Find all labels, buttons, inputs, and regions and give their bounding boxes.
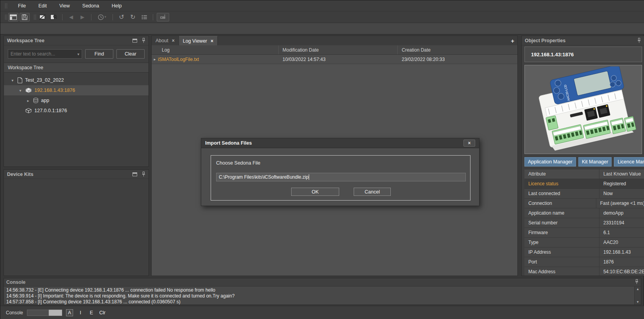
redo-button[interactable]: ↻ — [128, 13, 138, 22]
restore-panel-icon[interactable] — [132, 172, 137, 176]
pin-icon[interactable] — [637, 38, 641, 43]
choose-sedona-file-group: Choose Sedona File C:\Program Files\kits… — [211, 155, 470, 201]
tree-search-row: Enter text to search... ▾ Find Clear — [4, 45, 148, 63]
file-path-input[interactable]: C:\Program Files\kits\iCSoftwareBundle.z… — [216, 173, 466, 181]
column-header-attribute[interactable]: Attribute — [524, 169, 599, 179]
attribute-row-serial-number[interactable]: Serial number 23310194 — [524, 218, 644, 228]
dialog-title: Import Sedona Files — [205, 140, 252, 146]
file-path-value: C:\Program Files\kits\iCSoftwareBundle.z… — [219, 174, 308, 180]
history-clock-icon — [98, 14, 104, 20]
cancel-button[interactable]: Cancel — [354, 188, 391, 196]
attribute-row-licence-status[interactable]: Licence status Registered — [524, 179, 644, 189]
row-expander-icon[interactable]: ▸ — [152, 57, 158, 61]
restore-panel-icon[interactable] — [132, 39, 137, 43]
expander-expanded-icon[interactable]: ▾ — [18, 88, 23, 93]
history-dropdown-button[interactable]: ▾ — [95, 13, 109, 22]
console-title: Console — [6, 280, 25, 285]
navigate-back-button[interactable]: ◀ — [66, 13, 76, 22]
redo-icon: ↻ — [130, 14, 135, 20]
tree-node-device-selected[interactable]: ▾ 192.168.1.43:1876 — [4, 85, 148, 95]
event-list-button[interactable] — [139, 13, 149, 22]
column-header-last-known-value[interactable]: Last Known Value — [599, 169, 644, 179]
save-workspace-button[interactable] — [20, 13, 30, 22]
log-file-name: iSMAToolLogFile.txt — [158, 57, 199, 62]
menu-view[interactable]: View — [58, 2, 72, 9]
application-manager-button[interactable]: Application Manager — [524, 157, 576, 167]
menu-edit[interactable]: Edit — [37, 2, 48, 9]
log-table-row[interactable]: ▸ iSMAToolLogFile.txt 10/03/2022 14:57:4… — [152, 55, 517, 64]
attribute-row-type[interactable]: Type AAC20 — [524, 238, 644, 247]
attribute-row-application-name[interactable]: Application name demoApp — [524, 208, 644, 218]
save-icon — [22, 14, 27, 20]
menu-sedona[interactable]: Sedona — [81, 2, 101, 9]
filter-info-button[interactable]: I — [77, 309, 84, 316]
filter-error-button[interactable]: E — [88, 309, 95, 316]
workspace-panel-button[interactable] — [8, 13, 18, 22]
licence-manager-button[interactable]: Licence Manager — [614, 157, 644, 167]
scroll-down-icon[interactable]: ▼ — [636, 300, 639, 304]
console-log[interactable]: 14:56:38.732 - [E] Connecting device 192… — [4, 287, 634, 305]
pin-icon[interactable] — [635, 279, 639, 284]
find-button[interactable]: Find — [85, 49, 113, 59]
chevron-down-icon[interactable]: ▾ — [77, 52, 79, 56]
attribute-value: 1876 — [599, 257, 644, 267]
add-tab-button[interactable]: + — [511, 38, 514, 44]
tree-node-workspace-file[interactable]: ▾ Test_23_02_2022 — [4, 75, 148, 85]
group-label: Choose Sedona File — [216, 160, 260, 166]
log-table-header: Log Modification Date Creation Date — [152, 45, 517, 55]
console-buffer-indicator[interactable] — [27, 310, 62, 316]
workspace-tree-header: Workspace Tree — [4, 36, 148, 45]
dialog-title-bar[interactable]: Import Sedona Files × — [201, 138, 479, 148]
offline-mode-button[interactable] — [37, 13, 47, 22]
tree-node-label: Test_23_02_2022 — [25, 77, 64, 83]
pin-icon[interactable] — [142, 172, 145, 177]
close-icon[interactable]: × — [211, 38, 213, 44]
scroll-up-icon[interactable]: ▲ — [636, 287, 639, 291]
ok-button[interactable]: OK — [291, 188, 339, 196]
tab-about[interactable]: About × — [152, 36, 179, 45]
toolbar: ◀ ▶ ▾ ↺ ↻ — [0, 11, 644, 23]
undo-button[interactable]: ↺ — [116, 13, 127, 22]
attribute-row-last-connected[interactable]: Last connected Now — [524, 189, 644, 199]
attribute-row-mac-address[interactable]: Mac Address 54:10:EC:6B:DE:2E — [524, 267, 644, 276]
clear-console-button[interactable]: Clr — [99, 309, 106, 316]
toolbar-separator — [62, 14, 63, 20]
tree-node-app[interactable]: ▸ app — [4, 95, 148, 106]
kit-manager-button[interactable]: Kit Manager — [578, 157, 612, 167]
tree-node-localhost[interactable]: 127.0.0.1:1876 — [4, 106, 148, 116]
attribute-row-ip-address[interactable]: IP Address 192.168.1.43 — [524, 247, 644, 257]
pin-icon[interactable] — [142, 38, 145, 43]
search-input[interactable]: Enter text to search... ▾ — [8, 49, 82, 59]
tab-log-viewer[interactable]: Log Viewer × — [179, 36, 218, 45]
attribute-value: 54:10:EC:6B:DE:2E — [599, 267, 644, 276]
drag-grip-icon[interactable] — [5, 14, 7, 20]
column-header-modification-date[interactable]: Modification Date — [279, 45, 398, 54]
object-properties-header: Object Properties — [522, 36, 644, 45]
drag-grip-icon[interactable] — [5, 3, 7, 9]
attribute-row-connection[interactable]: Connection Fast (average <1 ms) — [524, 199, 644, 208]
tree-node-label: 192.168.1.43:1876 — [34, 88, 75, 93]
forward-icon: ▶ — [80, 14, 84, 20]
expander-collapsed-icon[interactable]: ▸ — [26, 99, 30, 103]
attribute-row-port[interactable]: Port 1876 — [524, 257, 644, 267]
clear-button[interactable]: Clear — [116, 49, 145, 59]
upload-to-device-button[interactable] — [157, 13, 169, 22]
column-header-creation-date[interactable]: Creation Date — [398, 45, 517, 54]
close-icon[interactable]: × — [172, 38, 175, 43]
import-sedona-files-dialog: Import Sedona Files × Choose Sedona File… — [201, 138, 479, 206]
discover-device-button[interactable] — [48, 13, 59, 22]
attribute-row-firmware[interactable]: Firmware 6.1 — [524, 228, 644, 238]
column-header-log[interactable]: Log — [152, 45, 279, 54]
drag-grip-icon[interactable] — [34, 14, 36, 20]
filter-all-button[interactable]: A — [66, 309, 73, 316]
expander-expanded-icon[interactable]: ▾ — [10, 78, 15, 82]
document-icon — [18, 77, 22, 83]
menu-file[interactable]: File — [16, 2, 27, 9]
device-kits-panel: Device Kits — [4, 169, 149, 276]
workspace-tree-panel: Workspace Tree Enter text to search... ▾… — [4, 36, 149, 167]
dialog-close-button[interactable]: × — [463, 140, 475, 147]
navigate-forward-button[interactable]: ▶ — [77, 13, 88, 22]
console-scrollbar[interactable]: ▲ ▼ — [634, 287, 641, 305]
menu-help[interactable]: Help — [110, 2, 123, 9]
attribute-name: Port — [524, 257, 599, 267]
